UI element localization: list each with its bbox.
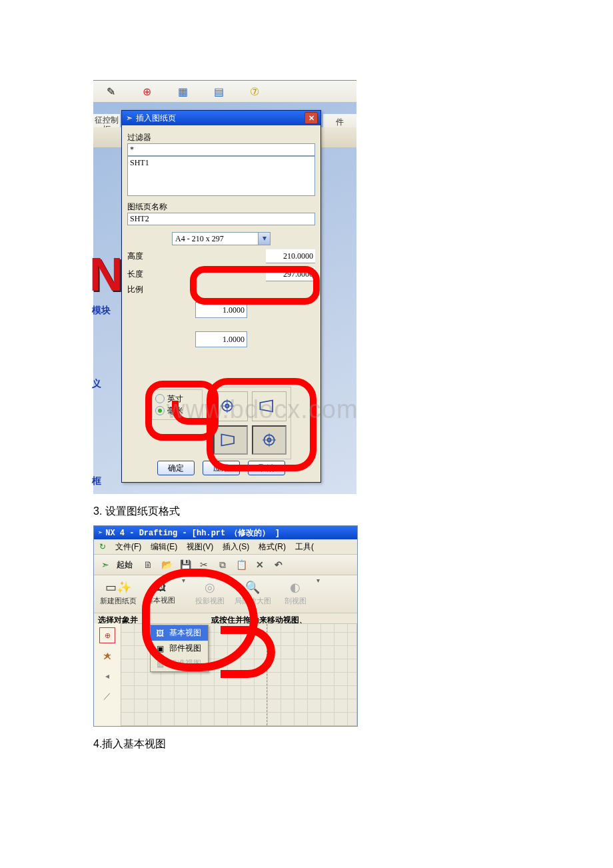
flyout-std-view[interactable]: ▦ 标准视图: [151, 656, 208, 671]
side-word-module: 模块: [92, 305, 111, 317]
insert-sheet-screenshot: ✎ ⊕ ▦ ▤ ⑦ 征控制框 件 模块 义 框 N ➣ 插入图纸页 ✕ 过滤器: [93, 80, 356, 494]
ok-button[interactable]: 确定: [157, 461, 195, 475]
sheet-icon: ▤: [211, 83, 227, 99]
dialog-title: 插入图纸页: [136, 113, 176, 124]
dialog-titlebar: ➣ 插入图纸页 ✕: [122, 111, 320, 125]
view-toolbar: ▭✨ 新建图纸页 🖼 基本视图 ▾ ◎ 投影视图 🔍 局部放大图 ◐ 剖视图 ▾: [94, 575, 357, 613]
list-item[interactable]: SHT1: [130, 158, 312, 168]
radio-inch-row[interactable]: 英寸: [155, 393, 199, 405]
open-icon[interactable]: 📂: [159, 557, 174, 572]
edit-icon: ✎: [103, 83, 119, 99]
sheet-name-input[interactable]: [127, 213, 315, 225]
new-sheet-button[interactable]: ▭✨ 新建图纸页: [97, 577, 139, 609]
height-label: 高度: [127, 251, 143, 262]
grid-icon: ▦: [175, 83, 191, 99]
menu-format[interactable]: 格式(R): [259, 541, 286, 553]
close-button[interactable]: ✕: [305, 112, 318, 124]
app-icon: ➣: [126, 113, 133, 123]
window-titlebar: ➣ NX 4 - Drafting - [hh.prt （修改的） ]: [94, 526, 357, 539]
proj-view-button[interactable]: ◎ 投影视图: [189, 577, 231, 609]
chevron-down-icon: ▾: [258, 233, 270, 245]
flyout-part-view[interactable]: ▣ 部件视图: [151, 641, 208, 656]
section-view-button[interactable]: ◐ 剖视图: [274, 577, 316, 609]
third-angle-target-icon[interactable]: [252, 425, 287, 455]
section-view-dropdown-icon[interactable]: ▾: [316, 577, 323, 584]
first-angle-cone-icon[interactable]: [252, 391, 287, 421]
new-sheet-icon: ▭✨: [105, 580, 131, 595]
flyout-std-view-icon: ▦: [155, 659, 165, 669]
flyout-base-view[interactable]: 🖼 基本视图: [151, 625, 208, 641]
radio-mm[interactable]: [155, 406, 165, 415]
apply-button[interactable]: 应用: [203, 461, 240, 475]
flyout-base-view-label: 基本视图: [169, 627, 201, 639]
third-angle-cone-icon[interactable]: [213, 425, 248, 455]
filter-label: 过滤器: [127, 132, 315, 143]
units-group: 英寸 毫米: [152, 389, 203, 420]
nx-logo: N: [89, 254, 123, 295]
menu-view[interactable]: 视图(V): [187, 541, 213, 553]
side-word-frame: 框: [92, 475, 101, 487]
seven-icon: ⑦: [247, 83, 263, 99]
local-zoom-icon: 🔍: [245, 580, 260, 595]
save-icon[interactable]: 💾: [178, 557, 193, 572]
flyout-std-view-label: 标准视图: [169, 658, 201, 669]
new-sheet-label: 新建图纸页: [100, 596, 137, 606]
local-zoom-button[interactable]: 🔍 局部放大图: [231, 577, 274, 609]
svg-marker-4: [260, 401, 273, 412]
dialog-buttons: 确定 应用 取消: [122, 461, 320, 475]
radio-inch-label: 英寸: [167, 393, 183, 405]
paper-size-dropdown[interactable]: A4 - 210 x 297 ▾: [172, 232, 271, 245]
scale-input[interactable]: [195, 302, 247, 318]
menu-edit[interactable]: 编辑(E): [151, 541, 177, 553]
standard-toolbar: ➣ 起始 🗎 📂 💾 ✂ ⧉ 📋 ✕ ↶: [94, 555, 357, 575]
cancel-button[interactable]: 取消: [248, 461, 285, 475]
svg-marker-5: [221, 434, 234, 445]
radio-mm-row[interactable]: 毫米: [155, 405, 199, 417]
undo-icon[interactable]: ↶: [271, 557, 286, 572]
base-view-icon: 🖼: [155, 580, 167, 594]
delete-icon[interactable]: ✕: [253, 557, 267, 572]
proj-view-label: 投影视图: [195, 596, 225, 606]
scale-input-2[interactable]: [195, 331, 247, 347]
target-icon: ⊕: [139, 83, 155, 99]
flyout-base-view-icon: 🖼: [155, 628, 165, 639]
menu-file[interactable]: 文件(F): [115, 541, 141, 553]
projection-angle-group: [209, 387, 291, 459]
length-input[interactable]: [266, 267, 315, 281]
left-rail: ⊕ 🟊 ◂ ／: [94, 623, 121, 726]
start-icon[interactable]: ➣: [98, 557, 113, 572]
flyout-part-view-icon: ▣: [155, 643, 165, 654]
caption-step-3: 3. 设置图纸页格式: [93, 505, 520, 519]
filter-input[interactable]: [127, 143, 315, 156]
window-title: NX 4 - Drafting - [hh.prt （修改的） ]: [105, 527, 280, 539]
datum-icon[interactable]: ⊕: [99, 627, 115, 643]
paste-icon[interactable]: 📋: [234, 557, 249, 572]
sheet-list[interactable]: SHT1: [127, 156, 315, 196]
line-icon[interactable]: ／: [100, 689, 115, 703]
nx-window-screenshot: ➣ NX 4 - Drafting - [hh.prt （修改的） ] ↻ 文件…: [93, 525, 358, 727]
refresh-icon[interactable]: ↻: [99, 542, 106, 551]
base-view-flyout: 🖼 基本视图 ▣ 部件视图 ▦ 标准视图: [150, 625, 209, 672]
local-zoom-label: 局部放大图: [235, 596, 271, 606]
height-input[interactable]: [266, 249, 315, 263]
copy-icon[interactable]: ⧉: [215, 557, 230, 572]
menu-tools[interactable]: 工具(: [295, 541, 314, 553]
section-view-label: 剖视图: [285, 596, 306, 606]
first-angle-target-icon[interactable]: [213, 391, 248, 421]
start-label[interactable]: 起始: [117, 559, 133, 571]
caption-step-4: 4.插入基本视图: [93, 737, 520, 751]
base-view-button[interactable]: 🖼 基本视图: [139, 577, 182, 609]
scale-label: 比例: [127, 284, 143, 295]
radio-inch[interactable]: [155, 394, 165, 403]
menu-bar: ↻ 文件(F) 编辑(E) 视图(V) 插入(S) 格式(R) 工具(: [94, 539, 357, 555]
base-view-dropdown-icon[interactable]: ▾: [182, 577, 189, 584]
flyout-part-view-label: 部件视图: [169, 643, 201, 654]
cut-icon[interactable]: ✂: [197, 557, 211, 572]
curve-icon[interactable]: 🟊: [100, 649, 115, 663]
new-icon[interactable]: 🗎: [141, 557, 155, 572]
sheet-name-label: 图纸页名称: [127, 201, 315, 213]
menu-insert[interactable]: 插入(S): [223, 541, 249, 553]
length-label: 长度: [127, 269, 143, 280]
section-view-icon: ◐: [290, 580, 301, 595]
arrow-left-icon[interactable]: ◂: [100, 669, 115, 683]
